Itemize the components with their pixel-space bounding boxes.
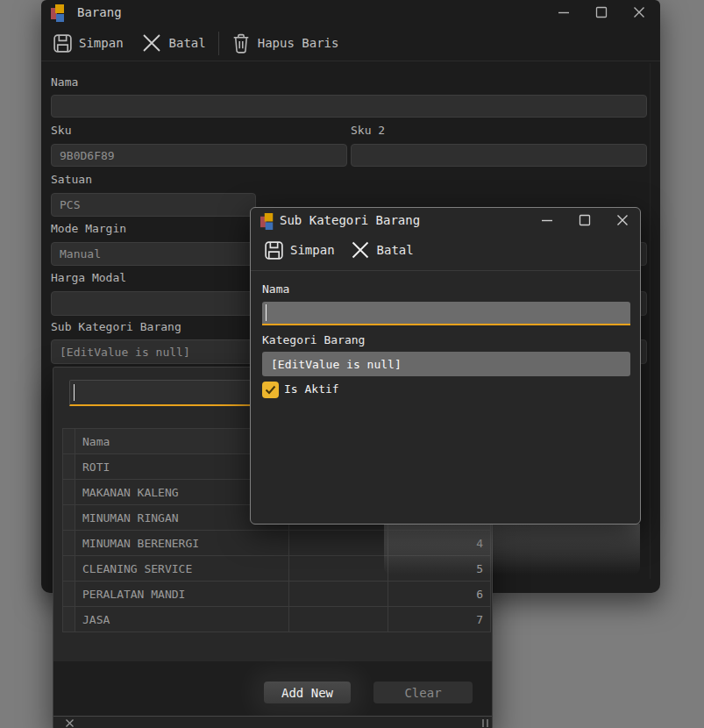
dropdown-statusbar: [53, 716, 492, 728]
toolbar-divider: [41, 61, 660, 61]
row-indicator-cell[interactable]: [63, 480, 75, 505]
batal-button[interactable]: Batal: [136, 27, 206, 59]
chevron-down-icon: [581, 360, 622, 419]
col3-cell[interactable]: 7: [388, 607, 491, 632]
row-indicator-cell[interactable]: [63, 582, 75, 607]
sku2-input[interactable]: [351, 144, 647, 167]
dialog-batal-button[interactable]: Batal: [345, 235, 414, 265]
sub-kategori-label: Sub Kategori Barang: [51, 320, 181, 333]
dialog-close-button[interactable]: [614, 211, 631, 229]
app-logo-icon: [51, 4, 67, 22]
sku-label: Sku: [51, 124, 71, 137]
toolbar-separator: [218, 32, 219, 55]
close-x-icon: [345, 235, 375, 265]
dropdown-close-icon[interactable]: [65, 718, 75, 728]
trash-icon: [230, 32, 252, 55]
dialog-minimize-button[interactable]: [538, 211, 556, 229]
harga-modal-label: Harga Modal: [51, 271, 126, 284]
row-indicator-cell[interactable]: [63, 505, 75, 531]
hapus-baris-label: Hapus Baris: [258, 36, 339, 50]
hapus-baris-button[interactable]: Hapus Baris: [230, 32, 339, 55]
nama-input[interactable]: [51, 95, 647, 118]
dialog-nama-label: Nama: [262, 282, 289, 296]
row-indicator-cell[interactable]: [63, 556, 75, 582]
mode-margin-label: Mode Margin: [51, 222, 126, 235]
dropdown-button-panel: Add New Clear: [53, 661, 492, 716]
titlebar[interactable]: Barang: [41, 0, 660, 25]
save-icon: [263, 239, 285, 261]
harga-modal-input[interactable]: [51, 291, 256, 316]
nama-cell[interactable]: CLEANING SERVICE: [75, 556, 289, 582]
nama-cell[interactable]: PERALATAN MANDI: [75, 582, 289, 607]
table-row[interactable]: PERALATAN MANDI6: [63, 582, 491, 607]
dialog-kategori-label: Kategori Barang: [262, 333, 365, 346]
grid-indicator-header: [63, 429, 75, 454]
text-caret: [74, 384, 75, 401]
table-row[interactable]: CLEANING SERVICE5: [63, 556, 491, 582]
sub-kategori-combo[interactable]: [EditValue is null]: [51, 339, 256, 364]
row-indicator-cell[interactable]: [63, 531, 75, 556]
col3-cell[interactable]: 6: [388, 582, 491, 607]
close-button[interactable]: [630, 4, 648, 21]
sku-input[interactable]: 9B0D6F89: [51, 144, 347, 167]
is-aktif-checkbox[interactable]: [262, 382, 279, 398]
col2-cell[interactable]: [289, 556, 388, 582]
satuan-label: Satuan: [51, 173, 92, 186]
is-aktif-label: Is Aktif: [284, 382, 339, 396]
dialog-sub-kategori-barang: Sub Kategori Barang Simpan: [250, 207, 641, 525]
desktop: { "main_window": { "title": "Barang", "t…: [0, 0, 704, 728]
dialog-title: Sub Kategori Barang: [280, 213, 420, 227]
nama-cell[interactable]: JASA: [75, 607, 289, 632]
dialog-nama-input[interactable]: [262, 302, 630, 325]
dialog-kategori-combo[interactable]: [EditValue is null]: [262, 352, 630, 376]
minimize-button[interactable]: [555, 4, 572, 21]
add-new-button[interactable]: Add New: [264, 682, 351, 703]
col2-cell[interactable]: [289, 582, 388, 607]
dialog-simpan-button[interactable]: Simpan: [263, 239, 335, 261]
clear-button[interactable]: Clear: [373, 682, 473, 703]
app-logo-icon: [260, 213, 275, 230]
table-row[interactable]: MINUMAN BERENERGI4: [63, 531, 491, 556]
table-row[interactable]: JASA7: [63, 607, 491, 632]
right-edge-line: [650, 63, 651, 579]
resize-grip[interactable]: [482, 719, 488, 727]
close-x-icon: [136, 27, 167, 59]
col3-cell[interactable]: 5: [388, 556, 491, 582]
col2-cell[interactable]: [289, 531, 388, 556]
nama-label: Nama: [51, 75, 78, 89]
row-indicator-cell[interactable]: [63, 454, 75, 480]
simpan-label: Simpan: [79, 36, 124, 50]
maximize-button[interactable]: [593, 4, 610, 21]
sku2-label: Sku 2: [351, 124, 385, 137]
dialog-maximize-button[interactable]: [576, 211, 594, 229]
satuan-combo[interactable]: PCS: [51, 193, 256, 217]
row-indicator-cell[interactable]: [63, 607, 75, 632]
dialog-titlebar[interactable]: Sub Kategori Barang: [251, 208, 640, 232]
batal-label: Batal: [169, 36, 206, 50]
nama-cell[interactable]: MINUMAN BERENERGI: [75, 531, 289, 556]
dialog-toolbar-divider: [251, 270, 640, 271]
simpan-button[interactable]: Simpan: [52, 32, 124, 54]
col3-cell[interactable]: 4: [388, 531, 491, 556]
text-caret: [266, 304, 267, 321]
window-title: Barang: [77, 5, 122, 19]
dialog-simpan-label: Simpan: [290, 243, 335, 257]
col2-cell[interactable]: [289, 607, 388, 632]
mode-margin-combo[interactable]: Manual: [51, 242, 256, 266]
dialog-batal-label: Batal: [377, 243, 414, 257]
save-icon: [52, 32, 74, 54]
